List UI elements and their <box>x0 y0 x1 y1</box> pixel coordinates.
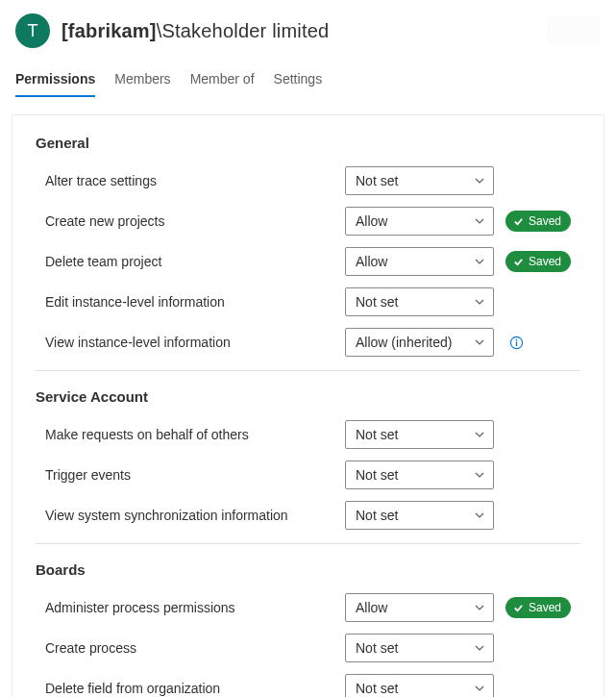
permission-row: View system synchronization informationN… <box>36 495 580 535</box>
tab-permissions[interactable]: Permissions <box>15 63 95 96</box>
permission-label: Create process <box>36 640 333 656</box>
permission-value: Not set <box>356 681 398 696</box>
chevron-down-icon <box>474 469 485 481</box>
permission-row: Create processNot set <box>36 628 580 668</box>
permission-value: Allow <box>356 213 387 229</box>
permission-select[interactable]: Not set <box>345 461 494 489</box>
permission-select[interactable]: Not set <box>345 166 494 195</box>
permission-label: Administer process permissions <box>36 600 333 615</box>
permission-select[interactable]: Not set <box>345 501 494 530</box>
permission-label: Edit instance-level information <box>36 294 333 310</box>
saved-label: Saved <box>529 601 561 614</box>
avatar-letter: T <box>28 21 38 41</box>
permission-label: Make requests on behalf of others <box>36 427 333 442</box>
header-placeholder <box>547 16 601 45</box>
permission-value: Not set <box>356 508 398 523</box>
section-divider <box>36 543 580 544</box>
section-divider <box>36 370 580 371</box>
section-title: Boards <box>36 561 580 578</box>
title-prefix: [fabrikam] <box>62 20 157 41</box>
permission-row: Edit instance-level informationNot set <box>36 282 580 322</box>
chevron-down-icon <box>474 429 485 440</box>
check-icon <box>513 603 524 613</box>
permission-select[interactable]: Not set <box>345 674 494 697</box>
permission-value: Not set <box>356 640 398 656</box>
permission-select[interactable]: Not set <box>345 634 494 662</box>
saved-label: Saved <box>529 255 561 268</box>
permission-value: Allow <box>356 254 387 269</box>
permission-row: Alter trace settingsNot set <box>36 161 580 201</box>
permissions-panel: GeneralAlter trace settingsNot setCreate… <box>12 114 604 697</box>
chevron-down-icon <box>474 336 485 348</box>
avatar: T <box>15 13 50 48</box>
permission-row: Trigger eventsNot set <box>36 455 580 495</box>
info-icon[interactable] <box>509 336 524 350</box>
permission-label: Create new projects <box>36 213 333 229</box>
svg-rect-2 <box>516 341 517 346</box>
permission-row: Make requests on behalf of othersNot set <box>36 414 580 455</box>
permission-row: Delete field from organizationNot set <box>36 668 580 697</box>
permission-select[interactable]: Allow <box>345 593 494 622</box>
chevron-down-icon <box>474 175 485 187</box>
permission-row: Create new projectsAllowSaved <box>36 201 580 241</box>
permission-value: Not set <box>356 427 398 442</box>
permission-select[interactable]: Not set <box>345 287 494 316</box>
chevron-down-icon <box>474 215 485 227</box>
section-title: Service Account <box>36 388 580 405</box>
check-icon <box>513 216 524 227</box>
title-name: Stakeholder limited <box>161 20 329 41</box>
permission-row: Delete team projectAllowSaved <box>36 241 580 282</box>
tab-member-of[interactable]: Member of <box>190 63 255 96</box>
permission-row: View instance-level informationAllow (in… <box>36 322 580 362</box>
page-title: [fabrikam]\Stakeholder limited <box>62 20 329 42</box>
chevron-down-icon <box>474 642 485 654</box>
saved-badge: Saved <box>505 211 571 232</box>
check-icon <box>513 257 524 267</box>
permission-select[interactable]: Allow (inherited) <box>345 328 494 357</box>
page-header: T [fabrikam]\Stakeholder limited <box>0 0 616 58</box>
permission-select[interactable]: Allow <box>345 207 494 236</box>
section-title: General <box>36 135 580 151</box>
saved-badge: Saved <box>505 597 571 618</box>
svg-point-1 <box>516 338 518 340</box>
permission-value: Not set <box>356 467 398 483</box>
chevron-down-icon <box>474 683 485 694</box>
permission-label: Delete field from organization <box>36 681 333 696</box>
permission-label: Delete team project <box>36 254 333 269</box>
tab-members[interactable]: Members <box>114 63 170 96</box>
permission-label: Alter trace settings <box>36 173 333 188</box>
permission-value: Allow <box>356 600 387 615</box>
permission-select[interactable]: Not set <box>345 420 494 449</box>
chevron-down-icon <box>474 256 485 267</box>
permission-select[interactable]: Allow <box>345 247 494 276</box>
permission-value: Not set <box>356 173 398 188</box>
permission-row: Administer process permissionsAllowSaved <box>36 587 580 628</box>
chevron-down-icon <box>474 510 485 521</box>
permission-value: Allow (inherited) <box>356 335 452 350</box>
saved-label: Saved <box>529 214 561 228</box>
tab-settings[interactable]: Settings <box>274 63 323 96</box>
saved-badge: Saved <box>505 251 571 272</box>
permission-label: View system synchronization information <box>36 508 333 523</box>
chevron-down-icon <box>474 602 485 613</box>
tabs: PermissionsMembersMember ofSettings <box>0 63 616 97</box>
permission-label: Trigger events <box>36 467 333 483</box>
permission-value: Not set <box>356 294 398 310</box>
chevron-down-icon <box>474 296 485 308</box>
permission-label: View instance-level information <box>36 335 333 350</box>
